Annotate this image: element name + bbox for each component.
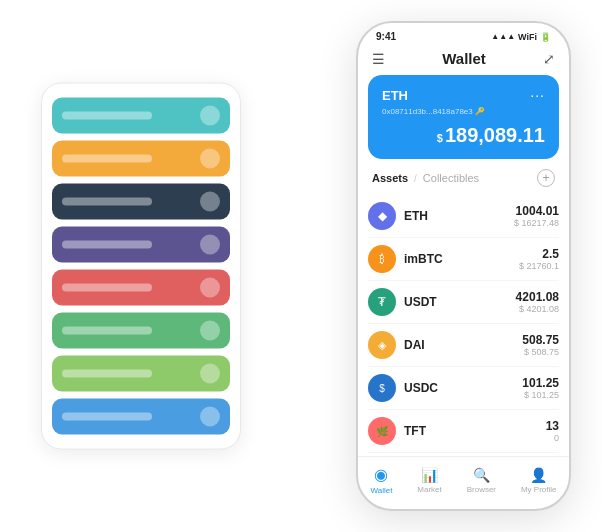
stack-icon	[200, 278, 220, 298]
stack-card-lightgreen[interactable]	[52, 356, 230, 392]
stack-icon	[200, 364, 220, 384]
signal-icon: ▲▲▲	[491, 32, 515, 41]
stack-bar	[62, 198, 152, 206]
imbtc-icon: ₿	[368, 245, 396, 273]
expand-icon[interactable]: ⤢	[543, 51, 555, 67]
time-display: 9:41	[376, 31, 396, 42]
profile-nav-label: My Profile	[521, 485, 557, 494]
usdc-usd: $ 101.25	[522, 390, 559, 400]
profile-nav-icon: 👤	[530, 467, 547, 483]
usdt-usd: $ 4201.08	[516, 304, 559, 314]
tab-divider: /	[414, 173, 417, 184]
wallet-nav-label: Wallet	[370, 486, 392, 495]
stack-bar	[62, 284, 152, 292]
bottom-nav: ◉ Wallet 📊 Market 🔍 Browser 👤 My Profile	[358, 456, 569, 509]
add-asset-button[interactable]: +	[537, 169, 555, 187]
wifi-icon: WiFi	[518, 32, 537, 42]
imbtc-usd: $ 21760.1	[519, 261, 559, 271]
tft-name: TFT	[404, 424, 546, 438]
nav-market[interactable]: 📊 Market	[417, 467, 441, 494]
phone-mockup: 9:41 ▲▲▲ WiFi 🔋 ☰ Wallet ⤢ ETH ··· 0x087…	[356, 21, 571, 511]
eth-card-header: ETH ···	[382, 87, 545, 103]
tft-amount: 13	[546, 419, 559, 433]
asset-item-tft[interactable]: 🌿 TFT 13 0	[368, 410, 559, 453]
tft-values: 13 0	[546, 419, 559, 443]
battery-icon: 🔋	[540, 32, 551, 42]
stack-bar	[62, 413, 152, 421]
assets-header: Assets / Collectibles +	[358, 169, 569, 195]
usdt-values: 4201.08 $ 4201.08	[516, 290, 559, 314]
browser-nav-label: Browser	[467, 485, 496, 494]
stack-icon	[200, 149, 220, 169]
stack-icon	[200, 407, 220, 427]
eth-card-address: 0x08711d3b...8418a78e3 🔑	[382, 107, 545, 116]
eth-usd: $ 16217.48	[514, 218, 559, 228]
nav-browser[interactable]: 🔍 Browser	[467, 467, 496, 494]
stack-bar	[62, 241, 152, 249]
tab-assets[interactable]: Assets	[372, 172, 408, 184]
stack-card-teal[interactable]	[52, 98, 230, 134]
dollar-sign: $	[437, 132, 443, 144]
asset-item-usdt[interactable]: ₮ USDT 4201.08 $ 4201.08	[368, 281, 559, 324]
tab-collectibles[interactable]: Collectibles	[423, 172, 479, 184]
eth-card-balance: $189,089.11	[382, 124, 545, 147]
eth-amount: 1004.01	[514, 204, 559, 218]
imbtc-values: 2.5 $ 21760.1	[519, 247, 559, 271]
eth-card-title: ETH	[382, 88, 408, 103]
eth-values: 1004.01 $ 16217.48	[514, 204, 559, 228]
card-stack	[41, 83, 241, 450]
dai-name: DAI	[404, 338, 522, 352]
usdc-values: 101.25 $ 101.25	[522, 376, 559, 400]
status-bar: 9:41 ▲▲▲ WiFi 🔋	[358, 23, 569, 46]
stack-card-orange[interactable]	[52, 141, 230, 177]
stack-icon	[200, 235, 220, 255]
stack-icon	[200, 321, 220, 341]
usdt-icon: ₮	[368, 288, 396, 316]
page-title: Wallet	[442, 50, 486, 67]
asset-list: ◆ ETH 1004.01 $ 16217.48 ₿ imBTC 2.5 $ 2…	[358, 195, 569, 456]
phone-header: ☰ Wallet ⤢	[358, 46, 569, 75]
stack-card-green[interactable]	[52, 313, 230, 349]
stack-bar	[62, 370, 152, 378]
stack-card-blue[interactable]	[52, 399, 230, 435]
stack-card-red[interactable]	[52, 270, 230, 306]
stack-card-dark[interactable]	[52, 184, 230, 220]
dai-usd: $ 508.75	[522, 347, 559, 357]
asset-item-usdc[interactable]: $ USDC 101.25 $ 101.25	[368, 367, 559, 410]
tft-usd: 0	[546, 433, 559, 443]
usdt-amount: 4201.08	[516, 290, 559, 304]
stack-bar	[62, 112, 152, 120]
status-icons: ▲▲▲ WiFi 🔋	[491, 32, 551, 42]
usdc-name: USDC	[404, 381, 522, 395]
usdc-icon: $	[368, 374, 396, 402]
eth-card-menu[interactable]: ···	[530, 87, 545, 103]
assets-tabs: Assets / Collectibles	[372, 172, 479, 184]
market-nav-label: Market	[417, 485, 441, 494]
nav-profile[interactable]: 👤 My Profile	[521, 467, 557, 494]
tft-icon: 🌿	[368, 417, 396, 445]
nav-wallet[interactable]: ◉ Wallet	[370, 465, 392, 495]
scene: 9:41 ▲▲▲ WiFi 🔋 ☰ Wallet ⤢ ETH ··· 0x087…	[11, 11, 591, 521]
dai-values: 508.75 $ 508.75	[522, 333, 559, 357]
stack-bar	[62, 327, 152, 335]
market-nav-icon: 📊	[421, 467, 438, 483]
asset-item-eth[interactable]: ◆ ETH 1004.01 $ 16217.48	[368, 195, 559, 238]
eth-name: ETH	[404, 209, 514, 223]
dai-amount: 508.75	[522, 333, 559, 347]
wallet-nav-icon: ◉	[374, 465, 388, 484]
stack-icon	[200, 106, 220, 126]
eth-icon: ◆	[368, 202, 396, 230]
browser-nav-icon: 🔍	[473, 467, 490, 483]
stack-icon	[200, 192, 220, 212]
usdt-name: USDT	[404, 295, 516, 309]
imbtc-amount: 2.5	[519, 247, 559, 261]
menu-icon[interactable]: ☰	[372, 51, 385, 67]
eth-card[interactable]: ETH ··· 0x08711d3b...8418a78e3 🔑 $189,08…	[368, 75, 559, 159]
usdc-amount: 101.25	[522, 376, 559, 390]
balance-amount: 189,089.11	[445, 124, 545, 146]
dai-icon: ◈	[368, 331, 396, 359]
asset-item-dai[interactable]: ◈ DAI 508.75 $ 508.75	[368, 324, 559, 367]
imbtc-name: imBTC	[404, 252, 519, 266]
asset-item-imbtc[interactable]: ₿ imBTC 2.5 $ 21760.1	[368, 238, 559, 281]
stack-card-purple[interactable]	[52, 227, 230, 263]
